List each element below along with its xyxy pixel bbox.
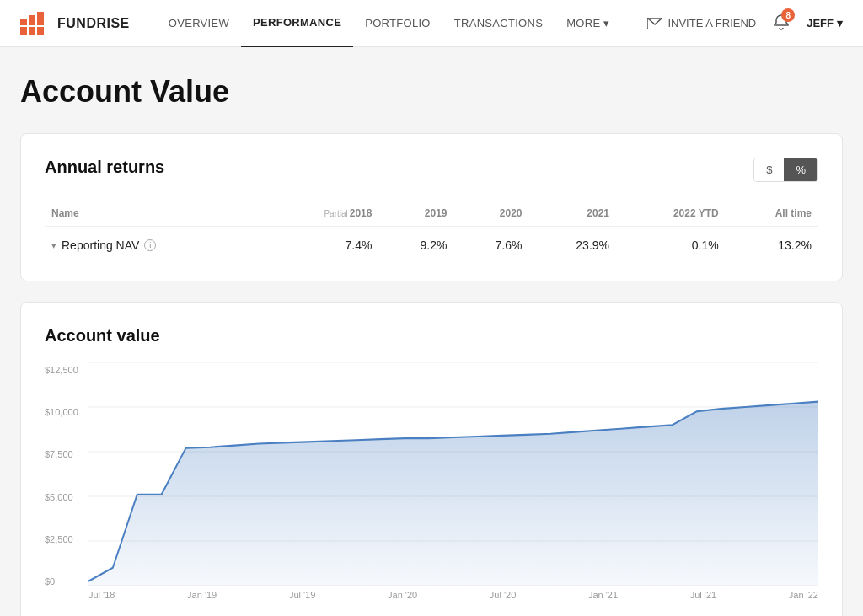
chart-svg <box>88 362 818 586</box>
svg-rect-4 <box>37 12 44 25</box>
col-2018: Partial2018 <box>265 201 379 227</box>
invite-button[interactable]: INVITE A FRIEND <box>647 17 756 29</box>
table-header-row: Name Partial2018 2019 2020 2021 2022 YTD… <box>45 201 818 227</box>
y-label-5000: $5,000 <box>45 493 82 502</box>
info-icon[interactable]: i <box>144 239 156 251</box>
nav-transactions[interactable]: TRANSACTIONS <box>442 0 555 47</box>
y-axis: $12,500 $10,000 $7,500 $5,000 $2,500 $0 <box>45 362 88 607</box>
x-label-jan19: Jan '19 <box>187 590 217 600</box>
card-header: Annual returns $ % <box>45 158 818 194</box>
svg-rect-1 <box>20 27 27 35</box>
svg-rect-3 <box>29 27 35 35</box>
x-label-jan22: Jan '22 <box>789 590 818 600</box>
x-label-jul20: Jul '20 <box>490 590 516 600</box>
table-row: ▾ Reporting NAV i 7.4% 9.2% 7.6% 23.9% 0… <box>45 227 818 265</box>
x-label-jul19: Jul '19 <box>289 590 315 600</box>
svg-rect-2 <box>29 15 35 25</box>
returns-table: Name Partial2018 2019 2020 2021 2022 YTD… <box>45 201 818 264</box>
notifications-button[interactable]: 8 <box>773 13 790 33</box>
chart-container: $12,500 $10,000 $7,500 $5,000 $2,500 $0 <box>45 362 818 607</box>
reporting-nav-label: Reporting NAV <box>62 238 139 252</box>
col-2020: 2020 <box>454 201 529 227</box>
val-2019: 9.2% <box>378 227 453 265</box>
dollar-toggle[interactable]: $ <box>754 158 784 181</box>
page-title: Account Value <box>20 74 843 110</box>
row-name-cell: ▾ Reporting NAV i <box>45 227 265 265</box>
nav-overview[interactable]: OVERVIEW <box>157 0 241 47</box>
x-label-jul18: Jul '18 <box>88 590 115 600</box>
x-label-jan21: Jan '21 <box>588 590 618 600</box>
chart-area-fill <box>88 402 818 586</box>
y-label-10000: $10,000 <box>45 408 82 417</box>
account-value-title: Account value <box>45 326 818 345</box>
val-2021: 23.9% <box>529 227 616 265</box>
col-2021: 2021 <box>529 201 616 227</box>
val-2022ytd: 0.1% <box>616 227 726 265</box>
y-label-12500: $12,500 <box>45 366 82 375</box>
notification-badge: 8 <box>781 8 795 22</box>
val-2018: 7.4% <box>265 227 379 265</box>
y-label-0: $0 <box>45 577 82 587</box>
logo-icon <box>20 12 51 35</box>
chart-svg-wrapper: Jul '18 Jan '19 Jul '19 Jan '20 Jul '20 … <box>88 362 818 607</box>
nav-performance[interactable]: PERFORMANCE <box>241 0 353 47</box>
account-value-card: Account value $12,500 $10,000 $7,500 $5,… <box>20 302 843 616</box>
navbar: FUNDRISE OVERVIEW PERFORMANCE PORTFOLIO … <box>0 0 863 47</box>
chevron-down-icon: ▾ <box>603 17 609 29</box>
col-alltime: All time <box>726 201 818 227</box>
annual-returns-card: Annual returns $ % Name Partial2018 2019… <box>20 133 843 281</box>
annual-returns-title: Annual returns <box>45 158 164 177</box>
x-label-jan20: Jan '20 <box>388 590 417 600</box>
logo-text: FUNDRISE <box>57 16 130 31</box>
val-alltime: 13.2% <box>726 227 818 265</box>
main-content: Account Value Annual returns $ % Name Pa… <box>0 47 863 616</box>
envelope-icon <box>647 18 662 29</box>
nav-links: OVERVIEW PERFORMANCE PORTFOLIO TRANSACTI… <box>157 0 648 47</box>
col-2022ytd: 2022 YTD <box>616 201 726 227</box>
val-2020: 7.6% <box>454 227 529 265</box>
row-chevron-icon[interactable]: ▾ <box>51 240 56 251</box>
col-name: Name <box>45 201 265 227</box>
y-label-2500: $2,500 <box>45 535 82 544</box>
svg-rect-5 <box>37 27 44 35</box>
col-2019: 2019 <box>378 201 453 227</box>
x-label-jul21: Jul '21 <box>690 590 716 600</box>
user-chevron-icon: ▾ <box>837 17 843 29</box>
percent-toggle[interactable]: % <box>784 158 817 181</box>
nav-portfolio[interactable]: PORTFOLIO <box>353 0 442 47</box>
nav-right: INVITE A FRIEND 8 JEFF ▾ <box>647 13 843 33</box>
toggle-group: $ % <box>753 158 818 182</box>
y-label-7500: $7,500 <box>45 450 82 459</box>
logo-link[interactable]: FUNDRISE <box>20 12 130 35</box>
nav-more[interactable]: MORE ▾ <box>555 0 622 47</box>
x-axis: Jul '18 Jan '19 Jul '19 Jan '20 Jul '20 … <box>88 590 818 600</box>
svg-rect-0 <box>20 19 27 25</box>
user-menu-button[interactable]: JEFF ▾ <box>807 17 843 29</box>
